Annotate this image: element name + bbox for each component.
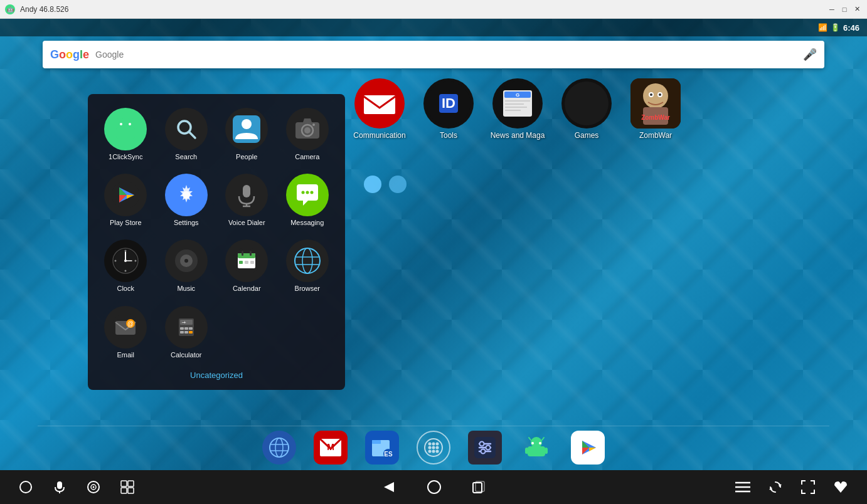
dock-android-button[interactable] (519, 431, 553, 465)
svg-point-9 (242, 119, 252, 129)
dock-gmail-button[interactable]: M (314, 431, 348, 465)
menu-button[interactable] (735, 480, 750, 495)
fullscreen-button[interactable] (801, 480, 816, 495)
svg-point-31 (125, 250, 127, 252)
tools-label: Tools (440, 131, 457, 140)
desktop-icon-zombwar[interactable]: ZombWar ZombWar (627, 78, 684, 140)
svg-rect-20 (243, 185, 250, 197)
svg-point-25 (310, 191, 313, 194)
svg-line-119 (542, 438, 544, 440)
desktop-icon-news[interactable]: G News and Maga (489, 78, 546, 140)
dock-launcher-button[interactable] (417, 431, 450, 465)
rotate-button[interactable] (768, 480, 783, 495)
svg-rect-60 (184, 331, 188, 333)
svg-point-105 (432, 450, 435, 453)
svg-point-47 (302, 248, 312, 273)
svg-rect-58 (189, 327, 193, 330)
svg-rect-42 (250, 251, 252, 256)
google-search-bar[interactable]: Google 🎤 (43, 41, 824, 68)
app-label-messaging: Messaging (290, 219, 324, 227)
calculator-app-icon: − + (165, 306, 208, 349)
svg-point-23 (301, 191, 304, 194)
app-item-people[interactable]: People (219, 104, 275, 165)
network-button[interactable] (120, 480, 134, 494)
dock-playstore-button[interactable] (571, 431, 605, 465)
app-label-email: Email (117, 351, 134, 359)
minimize-button[interactable]: ─ (827, 4, 837, 14)
svg-point-109 (480, 442, 484, 446)
app-item-messaging[interactable]: Messaging (280, 170, 336, 231)
calendar-app-icon (225, 239, 268, 282)
app-label-clock: Clock (117, 285, 134, 293)
page-dot-1[interactable] (364, 176, 381, 193)
app-label-browser: Browser (295, 285, 320, 293)
svg-point-32 (125, 270, 127, 272)
app-item-playstore[interactable]: Play Store (98, 170, 154, 231)
battery-icon: 🔋 (831, 23, 840, 32)
nav-bar (0, 470, 867, 504)
back-button[interactable] (381, 480, 396, 495)
svg-marker-137 (384, 482, 394, 492)
recents-button[interactable] (472, 480, 486, 495)
app-label-calendar: Calendar (233, 285, 261, 293)
app-item-voicedialer[interactable]: Voice Dialer (219, 170, 275, 231)
svg-point-13 (312, 123, 315, 126)
svg-rect-121 (545, 448, 548, 454)
heart-button[interactable] (833, 480, 848, 495)
app-item-camera[interactable]: Camera (280, 104, 336, 165)
emulator-screen: 📶 🔋 6:46 Google 🎤 (0, 19, 867, 504)
zombwar-icon: ZombWar (630, 78, 681, 129)
app-item-clock[interactable]: Clock (98, 236, 154, 297)
svg-text:ZombWar: ZombWar (641, 114, 670, 121)
1clicksync-icon (104, 108, 147, 150)
maximize-button[interactable]: □ (839, 4, 849, 14)
desktop-icon-tools[interactable]: ID Tools (420, 78, 477, 140)
music-app-icon (165, 239, 208, 282)
svg-rect-65 (364, 95, 395, 114)
svg-point-116 (531, 442, 534, 444)
clock-app-icon (104, 239, 147, 282)
page-dot-2[interactable] (389, 176, 407, 193)
svg-rect-40 (238, 253, 255, 258)
app-drawer: 1ClickSync Search (88, 94, 345, 390)
microphone-button[interactable] (53, 480, 66, 494)
close-button[interactable]: ✕ (852, 4, 862, 14)
app-label-calculator: Calculator (171, 351, 202, 359)
app-item-email[interactable]: @ Email (98, 302, 154, 363)
target-button[interactable] (87, 480, 100, 494)
desktop-icon-games[interactable]: Games (558, 78, 615, 140)
svg-rect-59 (180, 331, 184, 333)
voicedialer-app-icon (225, 174, 268, 216)
search-input[interactable] (95, 50, 803, 60)
games-label: Games (575, 131, 599, 140)
mic-icon[interactable]: 🎤 (803, 48, 817, 61)
app-label-voicedialer: Voice Dialer (228, 219, 265, 227)
svg-text:G: G (516, 92, 519, 98)
record-button[interactable] (19, 480, 33, 494)
app-label-people: People (236, 153, 257, 161)
dock-esfile-button[interactable]: ES (365, 431, 399, 465)
svg-rect-74 (505, 103, 524, 105)
home-button[interactable] (427, 480, 442, 495)
app-item-browser[interactable]: Browser (280, 236, 336, 297)
desktop-icon-communication[interactable]: Communication (351, 78, 408, 140)
svg-point-2 (120, 123, 122, 125)
nav-right-controls (735, 480, 848, 495)
svg-text:ID: ID (442, 95, 455, 111)
app-item-1clicksync[interactable]: 1ClickSync (98, 104, 154, 165)
svg-point-77 (565, 81, 609, 125)
svg-text:ES: ES (384, 451, 393, 458)
email-app-icon: @ (104, 306, 147, 349)
svg-rect-115 (528, 446, 545, 456)
dock-settings-button[interactable] (468, 431, 502, 465)
app-item-calendar[interactable]: Calendar (219, 236, 275, 297)
svg-point-106 (436, 450, 439, 453)
svg-point-30 (124, 260, 127, 262)
messaging-app-icon (286, 174, 329, 216)
app-item-search[interactable]: Search (159, 104, 215, 165)
app-item-music[interactable]: Music (159, 236, 215, 297)
svg-point-12 (304, 127, 311, 134)
app-item-calculator[interactable]: − + Calculator (159, 302, 215, 363)
app-item-settings[interactable]: Settings (159, 170, 215, 231)
dock-browser-button[interactable] (262, 431, 296, 465)
